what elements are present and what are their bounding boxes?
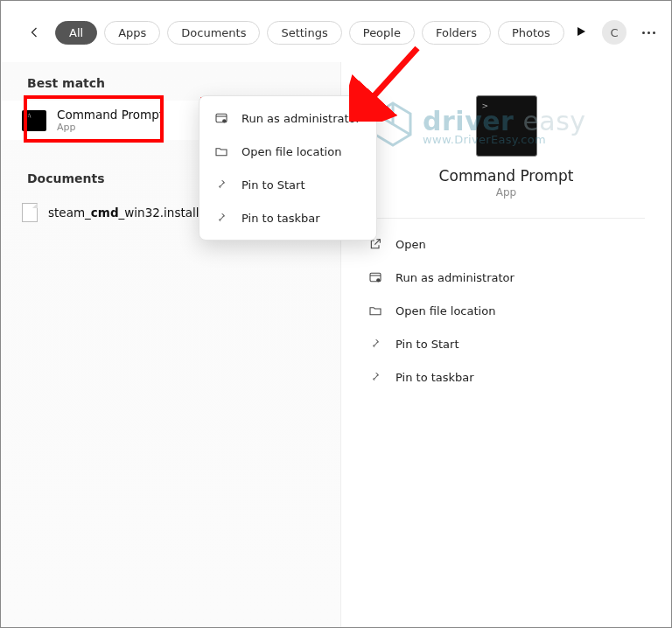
svg-point-3 — [222, 119, 226, 122]
play-icon[interactable] — [576, 26, 586, 39]
filter-pill-documents[interactable]: Documents — [167, 21, 260, 45]
preview-column: Command Prompt App Open Run as administr… — [340, 62, 671, 627]
preview-action-label: Run as administrator — [396, 271, 514, 284]
user-avatar[interactable]: C — [602, 20, 626, 45]
filter-pill-apps[interactable]: Apps — [104, 21, 160, 45]
result-subtitle: App — [57, 122, 164, 133]
context-menu: Run as administrator Open file location … — [199, 95, 377, 241]
document-filename-prefix: steam_ — [48, 206, 91, 220]
folder-icon — [368, 303, 383, 318]
preview-action-run-as-admin[interactable]: Run as administrator — [359, 262, 654, 292]
filter-pill-all[interactable]: All — [55, 21, 97, 45]
filter-pill-folders[interactable]: Folders — [422, 21, 491, 45]
document-file-icon — [22, 203, 38, 222]
context-item-label: Pin to taskbar — [242, 212, 320, 225]
back-button[interactable] — [20, 18, 48, 46]
preview-action-open[interactable]: Open — [359, 229, 654, 259]
filter-pill-settings[interactable]: Settings — [267, 21, 341, 45]
preview-action-pin-taskbar[interactable]: Pin to taskbar — [359, 362, 654, 392]
top-bar: All Apps Documents Settings People Folde… — [1, 1, 671, 59]
filter-pills: All Apps Documents Settings People Folde… — [55, 21, 564, 45]
svg-point-1 — [376, 278, 380, 282]
pin-icon — [368, 336, 383, 352]
preview-title: Command Prompt — [439, 167, 574, 185]
preview-header: Command Prompt App — [341, 62, 671, 199]
document-filename: steam_cmd_win32.installed — [48, 206, 214, 220]
back-arrow-icon — [25, 24, 43, 41]
preview-action-open-location[interactable]: Open file location — [359, 296, 654, 325]
preview-action-label: Pin to Start — [396, 338, 458, 351]
context-item-label: Run as administrator — [242, 112, 360, 125]
preview-action-label: Open — [396, 238, 426, 251]
pin-icon — [368, 369, 383, 385]
command-prompt-icon — [22, 110, 46, 131]
top-right-controls: C — [576, 20, 655, 45]
preview-action-label: Pin to taskbar — [396, 371, 474, 384]
filter-pill-people[interactable]: People — [349, 21, 415, 45]
folder-icon — [214, 143, 229, 159]
admin-window-icon — [214, 110, 229, 126]
preview-actions: Open Run as administrator Open file loca… — [341, 229, 671, 392]
pin-icon — [214, 177, 229, 192]
preview-action-pin-start[interactable]: Pin to Start — [359, 329, 654, 359]
result-text-block: Command Prompt App — [57, 108, 164, 133]
pin-icon — [214, 210, 229, 226]
result-title: Command Prompt — [57, 108, 164, 122]
context-item-run-as-admin[interactable]: Run as administrator — [200, 101, 376, 135]
preview-divider — [368, 218, 645, 219]
filter-pill-photos[interactable]: Photos — [498, 21, 564, 45]
preview-app-icon — [476, 95, 537, 157]
preview-subtitle: App — [496, 186, 516, 199]
document-filename-match: cmd — [91, 206, 119, 220]
context-item-label: Pin to Start — [242, 178, 304, 192]
admin-window-icon — [368, 269, 383, 285]
preview-action-label: Open file location — [396, 304, 495, 317]
more-options-icon[interactable] — [642, 31, 655, 34]
context-item-open-location[interactable]: Open file location — [200, 135, 376, 168]
context-item-pin-taskbar[interactable]: Pin to taskbar — [200, 201, 376, 234]
context-item-label: Open file location — [242, 145, 341, 158]
context-item-pin-start[interactable]: Pin to Start — [200, 168, 376, 201]
